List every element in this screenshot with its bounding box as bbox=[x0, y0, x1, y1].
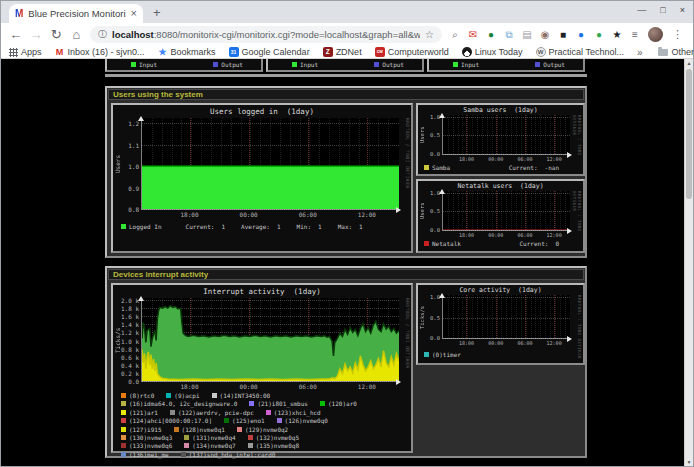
ext-search-icon[interactable]: ⌕ bbox=[449, 30, 461, 40]
ext-media-queue-icon[interactable]: ≡ bbox=[629, 30, 641, 40]
y-tick-label: 1.0 k bbox=[121, 337, 139, 344]
network-graph-panel-bottom[interactable]: InputOutput bbox=[427, 59, 585, 72]
new-tab-button[interactable]: + bbox=[153, 6, 161, 19]
bookmark-calendar[interactable]: 31Google Calendar bbox=[229, 47, 310, 57]
legend-row: (136)mei_me(137)snd_hda_intel:card0 bbox=[121, 451, 407, 458]
legend-color-swatch bbox=[166, 393, 171, 398]
legend-item: (135)nvme0q8 bbox=[248, 442, 299, 449]
stat-value: 1 bbox=[277, 223, 281, 230]
gmail-icon: M bbox=[55, 47, 65, 57]
bookmarks-overflow-chevron[interactable]: » bbox=[637, 47, 643, 58]
legend-label: Input bbox=[461, 61, 479, 68]
minimize-button[interactable]: — bbox=[637, 5, 646, 15]
legend-label: (127)i915 bbox=[129, 426, 162, 433]
scrollbar-up-icon[interactable]: ▲ bbox=[685, 60, 693, 66]
y-axis-arrow bbox=[439, 290, 445, 298]
bookmark-wordpress[interactable]: WPractical Technol... bbox=[536, 47, 624, 57]
legend-color-swatch bbox=[213, 62, 218, 67]
scrollbar-down-icon[interactable]: ▼ bbox=[685, 459, 693, 465]
users-logged-in-graph[interactable]: Users logged in (1day) Users 1.21.11.00.… bbox=[111, 103, 413, 253]
bookmark-star-icon[interactable]: ☆ bbox=[425, 29, 434, 40]
scrollbar-thumb[interactable] bbox=[686, 69, 692, 199]
legend-color-swatch bbox=[184, 435, 189, 440]
network-graph-panel-bottom[interactable]: InputOutput bbox=[266, 59, 424, 72]
y-tick-label: 0.6 k bbox=[121, 353, 139, 360]
ext-camera-icon[interactable]: ◉ bbox=[539, 30, 551, 40]
monitorix-page: InputOutputInputOutputInputOutput Users … bbox=[1, 59, 693, 466]
legend-item: (132)nvme0q5 bbox=[248, 434, 299, 441]
ext-black-square-icon[interactable]: ■ bbox=[557, 30, 569, 40]
legend-item: Netatalk bbox=[424, 240, 461, 247]
legend-item: (0)timer bbox=[424, 351, 461, 358]
legend-label: (125)eno1 bbox=[232, 417, 265, 424]
legend-item: (124)ahci[0000:00:17.0] bbox=[121, 417, 212, 424]
address-bar[interactable]: ⓘ localhost:8080/monitorix-cgi/monitorix… bbox=[90, 26, 442, 43]
tab-strip: M Blue Precision Monitorix × + — □ × bbox=[1, 1, 693, 23]
ext-blue-dot-icon[interactable]: ● bbox=[575, 30, 587, 40]
bookmark-zdnet[interactable]: ZZDNet bbox=[323, 47, 362, 57]
tab-title: Blue Precision Monitorix bbox=[28, 8, 125, 19]
stat-label: Average: bbox=[241, 223, 270, 230]
ext-pin-icon[interactable]: ★ bbox=[611, 30, 623, 40]
apps-shortcut[interactable]: Apps bbox=[9, 47, 42, 57]
legend-item-output: Output bbox=[535, 61, 565, 68]
bookmark-star[interactable]: ★Bookmarks bbox=[158, 47, 216, 57]
netatalk-users-graph[interactable]: Netatalk users (1day) Users 1.00.50.018:… bbox=[416, 179, 585, 253]
ext-copy-pages-icon[interactable]: ⧉ bbox=[503, 30, 515, 40]
ext-mail-checker-icon[interactable]: ✉ bbox=[467, 30, 479, 40]
legend-color-swatch bbox=[320, 401, 325, 406]
gridline-h bbox=[443, 154, 570, 155]
y-tick-label: 0.8 k bbox=[121, 345, 139, 352]
bookmark-computerworld[interactable]: cwComputerworld bbox=[375, 47, 449, 57]
page-info-icon[interactable]: ⓘ bbox=[98, 28, 107, 41]
legend-label: (134)nvme0q7 bbox=[192, 442, 235, 449]
x-tick-label: 06:00 bbox=[517, 156, 532, 162]
bookmark-penguin[interactable]: Linux Today bbox=[462, 47, 523, 57]
tab-close-icon[interactable]: × bbox=[131, 8, 137, 19]
chart-series-canvas bbox=[443, 295, 570, 338]
legend-item: (129)nvme0q2 bbox=[237, 426, 288, 433]
legend-label: (129)nvme0q2 bbox=[245, 426, 288, 433]
legend-item-input: Input bbox=[292, 61, 318, 68]
ext-green-dot-icon[interactable]: ● bbox=[593, 30, 605, 40]
star-icon: ★ bbox=[158, 47, 168, 57]
home-icon[interactable]: ⌂ bbox=[70, 28, 83, 41]
profile-avatar[interactable] bbox=[648, 27, 663, 42]
legend-item-input: Input bbox=[453, 61, 479, 68]
legend-color-swatch bbox=[121, 410, 126, 415]
legend-item-output: Output bbox=[213, 61, 243, 68]
ext-gray-page-icon[interactable]: ▤ bbox=[521, 30, 533, 40]
chart-series-canvas bbox=[443, 191, 570, 230]
plot-area: 1.21.11.00.90.818:0000:0006:0012:00 bbox=[141, 118, 399, 210]
back-icon[interactable]: ← bbox=[9, 28, 22, 41]
network-graph-panel-bottom[interactable]: InputOutput bbox=[105, 59, 263, 72]
legend-item: (131)nvme0q4 bbox=[184, 434, 235, 441]
bookmark-gmail[interactable]: MInbox (16) - sjvn0... bbox=[55, 47, 145, 57]
legend-item: (122)aerdrv, pcie-dpc bbox=[170, 409, 254, 416]
y-axis-arrow bbox=[439, 186, 445, 194]
other-bookmarks-button[interactable]: Other bookmarks bbox=[658, 47, 694, 57]
legend-label: (121)ar1 bbox=[129, 409, 158, 416]
maximize-button[interactable]: □ bbox=[660, 5, 665, 15]
samba-users-graph[interactable]: Samba users (1day) Users 1.00.50.018:000… bbox=[416, 103, 585, 176]
stat-value: 1 bbox=[221, 223, 225, 230]
legend-item: (121)ar1 bbox=[121, 409, 158, 416]
tab-blue-precision-monitorix[interactable]: M Blue Precision Monitorix × bbox=[9, 4, 143, 23]
x-tick-label: 12:00 bbox=[358, 211, 376, 218]
forward-icon[interactable]: → bbox=[29, 28, 42, 41]
legend-color-swatch bbox=[424, 352, 429, 357]
close-button[interactable]: × bbox=[680, 5, 685, 15]
y-tick-label: 1.8 k bbox=[121, 305, 139, 312]
plot-area: 1.00.50.018:0000:0006:0012:00 bbox=[442, 115, 570, 155]
chart-series-canvas bbox=[142, 298, 399, 381]
browser-menu-icon[interactable]: ⋮ bbox=[670, 28, 685, 41]
page-scrollbar[interactable]: ▲ ▼ bbox=[684, 59, 693, 466]
chart-series-canvas bbox=[142, 118, 399, 209]
reload-icon[interactable]: ↻ bbox=[50, 28, 63, 41]
y-axis-label: Ticks/s bbox=[419, 295, 425, 339]
y-tick-label: 0.9 bbox=[128, 184, 139, 191]
interrupt-activity-graph[interactable]: Interrupt activity (1day) Ticks/s 2.0 k1… bbox=[111, 283, 413, 453]
legend-color-swatch bbox=[121, 452, 126, 457]
ext-green-globe-icon[interactable]: ● bbox=[485, 30, 497, 40]
core-activity-graph[interactable]: Core activity (1day) Ticks/s 1.00.50.018… bbox=[416, 283, 585, 365]
